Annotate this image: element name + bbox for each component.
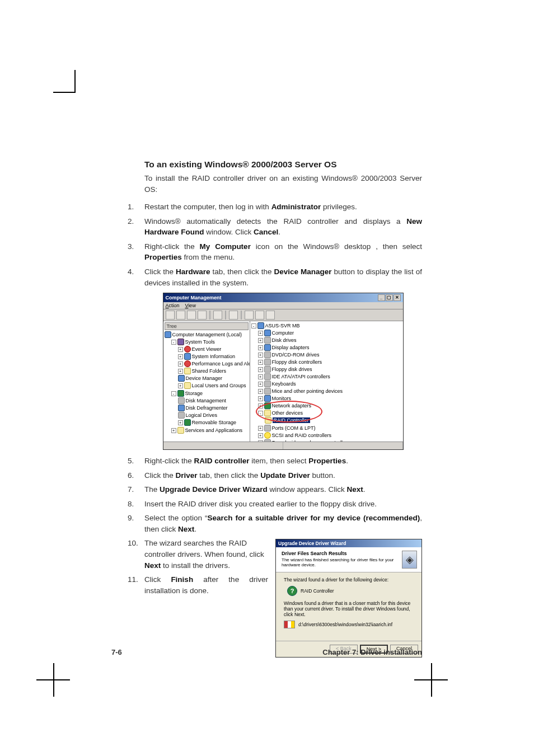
- expand-icon[interactable]: +: [178, 347, 183, 352]
- t: Select the option “: [144, 514, 208, 522]
- tree-item[interactable]: +IDE ATA/ATAPI controllers: [258, 373, 350, 381]
- cm-titlebar: Computer Management _ ▢ ✕: [163, 293, 403, 302]
- storage-icon: [177, 390, 184, 397]
- b: Administrator: [271, 203, 321, 211]
- step-9: Select the option “Search for a suitable…: [111, 513, 422, 534]
- expand-icon[interactable]: +: [178, 383, 183, 388]
- content-body: To an existing Windows® 2000/2003 Server…: [111, 159, 422, 658]
- tree-item[interactable]: Device Manager: [178, 375, 250, 382]
- tree-item[interactable]: +Local Users and Groups: [178, 382, 250, 389]
- page: To an existing Windows® 2000/2003 Server…: [0, 0, 534, 756]
- tree-item[interactable]: +Shared Folders: [178, 368, 250, 375]
- tree-item[interactable]: +Ports (COM & LPT): [258, 425, 350, 432]
- step-3: Right-click the My Computer icon on the …: [111, 241, 422, 263]
- collapse-icon[interactable]: -: [251, 323, 256, 328]
- tree-item[interactable]: +Services and Applications: [171, 427, 250, 434]
- drive-icon: [178, 412, 185, 419]
- tree-item[interactable]: Disk Management: [178, 397, 237, 405]
- b: Device Manager: [274, 267, 331, 276]
- tree-item[interactable]: +Network adapters: [258, 402, 350, 410]
- expand-icon[interactable]: +: [258, 396, 263, 401]
- expand-icon[interactable]: +: [258, 360, 263, 365]
- tree-item[interactable]: +Computer: [258, 330, 350, 337]
- collapse-icon[interactable]: -: [171, 340, 176, 345]
- tree-item[interactable]: +Display adapters: [258, 344, 350, 351]
- b: Next: [144, 561, 161, 570]
- t: privileges.: [321, 203, 357, 211]
- close-icon[interactable]: ✕: [394, 294, 401, 301]
- toolbar-refresh-icon[interactable]: [245, 311, 254, 320]
- t: ASUS-SVR MB: [265, 323, 300, 328]
- toolbar-back-icon[interactable]: [166, 311, 175, 320]
- intro-text: To install the RAID controller driver on…: [144, 173, 422, 195]
- toolbar-fwd-icon[interactable]: [176, 311, 185, 320]
- expand-icon[interactable]: +: [178, 354, 183, 359]
- expand-icon[interactable]: +: [178, 369, 183, 374]
- tree-item[interactable]: Logical Drives: [178, 412, 237, 419]
- step-5: Right-click the RAID controller item, th…: [111, 456, 422, 467]
- collapse-icon[interactable]: -: [171, 391, 176, 396]
- step-7: The Upgrade Device Driver Wizard window …: [111, 484, 422, 495]
- minimize-icon[interactable]: _: [378, 294, 385, 301]
- expand-icon[interactable]: +: [258, 403, 263, 408]
- expand-icon[interactable]: +: [258, 367, 263, 372]
- maximize-icon[interactable]: ▢: [386, 294, 393, 301]
- expand-icon[interactable]: +: [258, 353, 263, 358]
- tree-item[interactable]: -Storage: [171, 390, 250, 397]
- expand-icon[interactable]: +: [258, 338, 263, 343]
- expand-icon[interactable]: +: [258, 331, 263, 336]
- step-4: Click the Hardware tab, then click the D…: [111, 266, 422, 288]
- tree-item[interactable]: +Floppy disk drives: [258, 366, 350, 373]
- tree-item[interactable]: +Floppy disk controllers: [258, 359, 350, 366]
- toolbar-list-icon[interactable]: [198, 311, 207, 320]
- tree-item[interactable]: +SCSI and RAID controllers: [258, 432, 350, 439]
- tree-item[interactable]: -ASUS-SVR MB: [251, 322, 402, 330]
- users-icon: [184, 382, 191, 389]
- t: from the menu.: [182, 253, 235, 261]
- tree-item[interactable]: -System Tools: [171, 339, 250, 346]
- tree-item[interactable]: +Sound, video and game controllers: [258, 439, 350, 442]
- tree-item[interactable]: +Event Viewer: [178, 346, 250, 353]
- toolbar-prop-icon[interactable]: [213, 311, 222, 320]
- expand-icon[interactable]: +: [258, 433, 263, 438]
- expand-icon[interactable]: +: [258, 389, 263, 394]
- tree-item[interactable]: +Mice and other pointing devices: [258, 388, 350, 395]
- tree-item[interactable]: +Performance Logs and Alerts: [178, 360, 250, 368]
- expand-icon[interactable]: +: [178, 420, 183, 425]
- tree-item[interactable]: +DVD/CD-ROM drives: [258, 351, 350, 359]
- t: Storage: [185, 391, 203, 396]
- expand-icon[interactable]: +: [258, 440, 263, 442]
- toolbar-extra-icon[interactable]: [266, 311, 275, 320]
- expand-icon[interactable]: +: [171, 428, 176, 433]
- t: tab, then click the: [198, 471, 261, 480]
- tree-item[interactable]: +Removable Storage: [178, 419, 237, 426]
- b: Search for a suitable driver for my devi…: [208, 514, 420, 522]
- toolbar-scan-icon[interactable]: [255, 311, 264, 320]
- tree-item[interactable]: +Disk drives: [258, 337, 350, 344]
- t: Keyboards: [272, 381, 296, 387]
- steps-list-3: The wizard searches the RAID controller …: [111, 538, 422, 596]
- t: IDE ATA/ATAPI controllers: [272, 374, 330, 379]
- expand-icon[interactable]: +: [258, 426, 263, 431]
- menu-action[interactable]: Action: [166, 303, 180, 308]
- b: Hardware: [176, 267, 210, 276]
- b: Cancel: [254, 228, 278, 236]
- tree-item[interactable]: Computer Management (Local): [165, 331, 249, 339]
- tree-item[interactable]: Disk Defragmenter: [178, 405, 237, 412]
- menu-view[interactable]: View: [185, 303, 196, 308]
- t: Display adapters: [272, 345, 310, 350]
- b: RAID controller: [194, 457, 250, 465]
- cm-body: Tree Computer Management (Local) -System…: [163, 321, 403, 442]
- sound-icon: [264, 439, 271, 442]
- tree-item[interactable]: +Keyboards: [258, 381, 350, 388]
- step-6: Click the Driver tab, then click the Upd…: [111, 470, 422, 481]
- expand-icon[interactable]: +: [258, 345, 263, 350]
- toolbar-up-icon[interactable]: [187, 311, 196, 320]
- tree-item[interactable]: +System Information: [178, 353, 250, 360]
- expand-icon[interactable]: +: [258, 374, 263, 379]
- expand-icon[interactable]: +: [258, 382, 263, 387]
- toolbar-help-icon[interactable]: [229, 311, 238, 320]
- expand-icon[interactable]: +: [178, 361, 183, 367]
- crop-mark: [431, 663, 432, 697]
- step-1: Restart the computer, then log in with A…: [111, 201, 422, 213]
